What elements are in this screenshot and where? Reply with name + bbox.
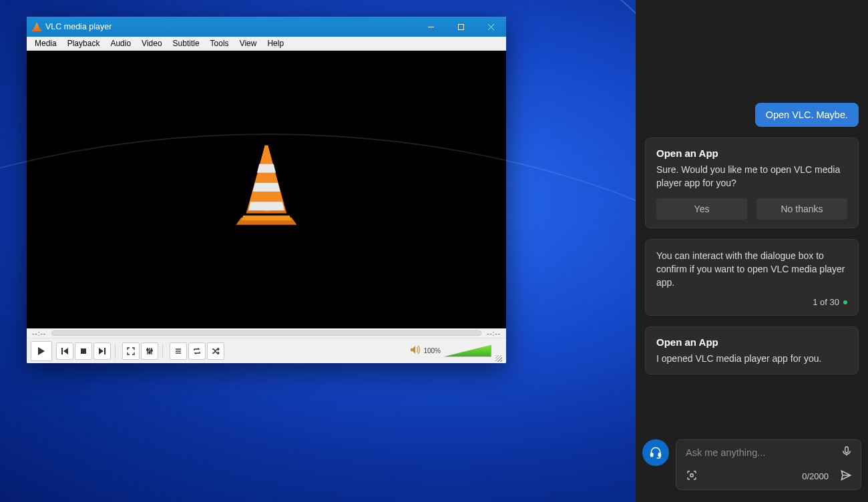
menu-video[interactable]: Video [136, 37, 167, 49]
menu-subtitle[interactable]: Subtitle [168, 37, 205, 49]
menu-bar: Media Playback Audio Video Subtitle Tool… [27, 37, 506, 51]
svg-marker-8 [252, 183, 280, 192]
vlc-logo-icon [223, 140, 310, 226]
card-body: I opened VLC media player app for you. [656, 352, 847, 365]
svg-rect-29 [845, 447, 849, 453]
loop-button[interactable] [188, 342, 206, 360]
card-title: Open an App [656, 148, 847, 159]
extended-settings-button[interactable] [141, 342, 158, 360]
image-input-icon[interactable] [686, 469, 698, 483]
send-button[interactable] [839, 469, 853, 484]
svg-rect-28 [658, 453, 660, 457]
chat-input-box: 0/2000 [676, 439, 861, 490]
close-button[interactable] [476, 17, 506, 37]
step-progress: 1 of 30 [813, 297, 839, 307]
desktop-wallpaper: VLC media player Media Playback Audio Vi… [0, 0, 636, 502]
confirm-no-button[interactable]: No thanks [756, 198, 847, 220]
svg-marker-26 [411, 346, 415, 354]
assistant-card-open-app: Open an App Sure. Would you like me to o… [645, 138, 859, 228]
svg-marker-13 [63, 348, 68, 354]
resize-grip[interactable] [495, 355, 502, 362]
menu-help[interactable]: Help [262, 37, 289, 49]
status-dot-icon [843, 300, 847, 304]
play-button[interactable] [31, 341, 52, 361]
confirm-yes-button[interactable]: Yes [656, 198, 747, 220]
char-counter: 0/2000 [802, 471, 829, 481]
card-body: Sure. Would you like me to open VLC medi… [656, 163, 847, 190]
svg-rect-27 [651, 453, 653, 457]
window-titlebar[interactable]: VLC media player [27, 17, 506, 37]
svg-marker-9 [257, 164, 276, 173]
menu-audio[interactable]: Audio [105, 37, 136, 49]
user-message: Open VLC. Maybe. [755, 103, 859, 127]
playback-controls: 100% [27, 338, 506, 363]
playlist-button[interactable] [170, 342, 187, 360]
menu-tools[interactable]: Tools [205, 37, 234, 49]
assistant-card-instruction: You can interact with the dialogue box t… [645, 239, 859, 316]
svg-rect-14 [81, 348, 86, 354]
seek-slider[interactable] [51, 330, 481, 336]
volume-percent: 100% [423, 347, 441, 354]
assistant-card-result: Open an App I opened VLC media player ap… [645, 326, 859, 374]
chat-input[interactable] [686, 447, 841, 458]
seek-bar-row: --:-- --:-- [27, 328, 506, 338]
svg-point-21 [149, 351, 151, 353]
chat-input-area: 0/2000 [636, 434, 868, 502]
previous-button[interactable] [56, 342, 73, 360]
svg-point-30 [690, 474, 694, 477]
shuffle-button[interactable] [207, 342, 224, 360]
svg-marker-16 [99, 348, 103, 354]
next-button[interactable] [93, 342, 111, 360]
menu-media[interactable]: Media [29, 37, 62, 49]
svg-rect-1 [459, 24, 464, 29]
svg-point-20 [147, 348, 149, 350]
chat-history[interactable]: Open VLC. Maybe. Open an App Sure. Would… [636, 0, 868, 434]
svg-marker-10 [248, 202, 284, 210]
copilot-sidebar: Open VLC. Maybe. Open an App Sure. Would… [636, 0, 868, 502]
svg-point-22 [151, 349, 153, 351]
menu-playback[interactable]: Playback [62, 37, 105, 49]
window-title: VLC media player [45, 22, 112, 31]
maximize-button[interactable] [446, 17, 476, 37]
vlc-window: VLC media player Media Playback Audio Vi… [27, 17, 506, 363]
menu-view[interactable]: View [234, 37, 262, 49]
volume-slider[interactable] [443, 345, 491, 357]
svg-marker-11 [38, 347, 45, 355]
svg-marker-5 [241, 216, 292, 221]
svg-rect-12 [61, 348, 63, 354]
stop-button[interactable] [75, 342, 92, 360]
fullscreen-button[interactable] [122, 342, 140, 360]
voice-chat-button[interactable] [642, 439, 669, 466]
video-canvas[interactable] [27, 51, 506, 328]
microphone-icon[interactable] [841, 445, 853, 459]
minimize-button[interactable] [416, 17, 446, 37]
card-title: Open an App [656, 336, 847, 348]
time-total: --:-- [487, 330, 501, 337]
time-elapsed: --:-- [32, 330, 46, 337]
card-body: You can interact with the dialogue box t… [656, 249, 847, 290]
svg-rect-15 [104, 348, 105, 354]
vlc-cone-icon [32, 22, 41, 31]
speaker-icon[interactable] [410, 345, 421, 357]
